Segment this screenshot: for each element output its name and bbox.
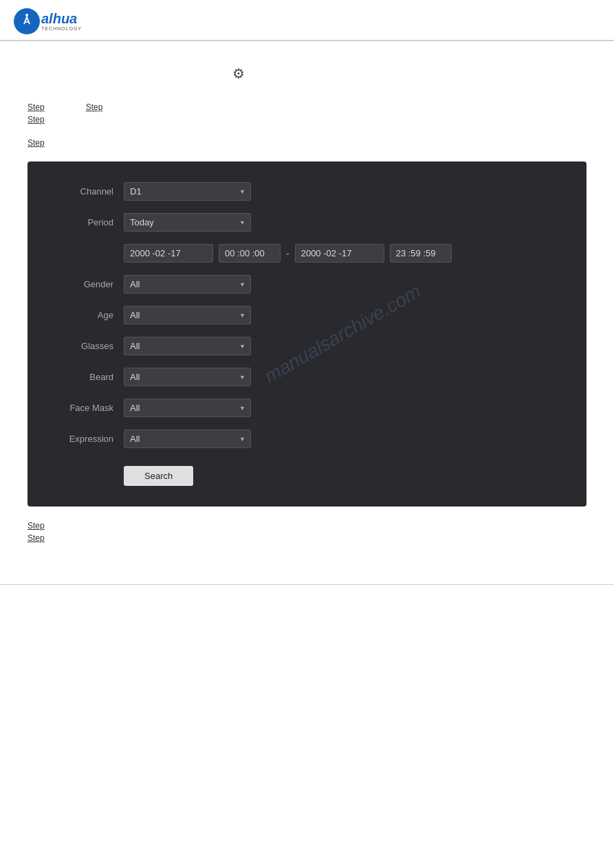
face-mask-row: Face Mask All Yes No xyxy=(48,399,566,417)
expression-row: Expression All Neutral Happiness Surpris… xyxy=(48,430,566,448)
logo-circle xyxy=(14,8,40,34)
period-select-wrapper: Today Yesterday This Week Custom xyxy=(124,213,251,232)
age-row: Age All Child Young Middle Age Senior xyxy=(48,306,566,324)
page-header: alhua TECHNOLOGY xyxy=(0,0,614,41)
start-time-input[interactable] xyxy=(219,244,281,263)
channel-label: Channel xyxy=(48,186,113,197)
datetime-separator: - xyxy=(286,248,289,259)
glasses-row: Glasses All Yes No xyxy=(48,337,566,355)
beard-row: Beard All Yes No xyxy=(48,368,566,386)
period-label: Period xyxy=(48,217,113,227)
channel-select-wrapper: D1 D2 D3 D4 xyxy=(124,182,251,201)
channel-row: Channel D1 D2 D3 D4 xyxy=(48,182,566,201)
gender-row: Gender All Male Female xyxy=(48,275,566,293)
beard-select[interactable]: All Yes No xyxy=(124,368,251,386)
expression-label: Expression xyxy=(48,434,113,444)
age-select[interactable]: All Child Young Middle Age Senior xyxy=(124,306,251,324)
expression-select-wrapper: All Neutral Happiness Surprise Disgust F… xyxy=(124,430,251,448)
top-link-2[interactable]: Step xyxy=(86,102,103,112)
logo-subtitle: TECHNOLOGY xyxy=(41,26,82,32)
period-select[interactable]: Today Yesterday This Week Custom xyxy=(124,213,251,232)
svg-point-0 xyxy=(25,14,28,16)
gender-select-wrapper: All Male Female xyxy=(124,275,251,293)
end-date-input[interactable] xyxy=(295,244,384,263)
gender-label: Gender xyxy=(48,279,113,289)
end-time-input[interactable] xyxy=(390,244,452,263)
page-content: ⚙ Step Step Step Step manualsarchive.com… xyxy=(0,41,614,557)
glasses-label: Glasses xyxy=(48,341,113,351)
face-mask-select-wrapper: All Yes No xyxy=(124,399,251,417)
step-label: Step xyxy=(28,138,593,148)
gear-icon: ⚙ xyxy=(232,65,245,82)
channel-select[interactable]: D1 D2 D3 D4 xyxy=(124,182,251,201)
age-label: Age xyxy=(48,310,113,320)
glasses-select[interactable]: All Yes No xyxy=(124,337,251,355)
period-row: Period Today Yesterday This Week Custom xyxy=(48,213,566,232)
gender-select[interactable]: All Male Female xyxy=(124,275,251,293)
expression-select[interactable]: All Neutral Happiness Surprise Disgust F… xyxy=(124,430,251,448)
beard-label: Beard xyxy=(48,372,113,382)
search-panel: manualsarchive.com Channel D1 D2 D3 D4 P… xyxy=(28,162,586,507)
footer-divider xyxy=(0,584,614,588)
beard-select-wrapper: All Yes No xyxy=(124,368,251,386)
glasses-select-wrapper: All Yes No xyxy=(124,337,251,355)
age-select-wrapper: All Child Young Middle Age Senior xyxy=(124,306,251,324)
logo-name: alhua xyxy=(41,11,82,26)
search-button[interactable]: Search xyxy=(124,466,193,486)
start-date-input[interactable] xyxy=(124,244,213,263)
top-links-row: Step Step xyxy=(21,102,593,112)
logo-text-group: alhua TECHNOLOGY xyxy=(41,11,82,32)
logo: alhua TECHNOLOGY xyxy=(14,8,82,34)
datetime-row: - xyxy=(124,244,566,263)
bottom-link-1[interactable]: Step xyxy=(28,521,45,531)
face-mask-label: Face Mask xyxy=(48,403,113,413)
face-mask-select[interactable]: All Yes No xyxy=(124,399,251,417)
top-link-1[interactable]: Step xyxy=(28,102,45,112)
bottom-link-2[interactable]: Step xyxy=(28,533,45,543)
bottom-links: Step Step xyxy=(28,520,593,543)
single-link[interactable]: Step xyxy=(28,115,593,124)
